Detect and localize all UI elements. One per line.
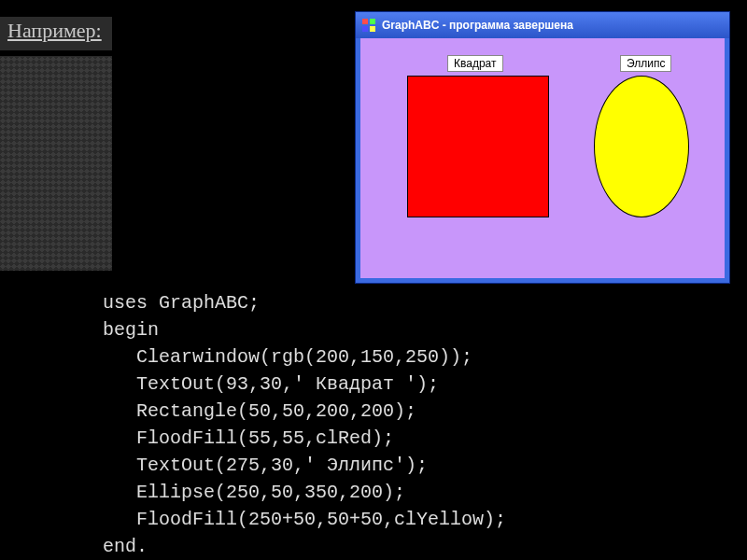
example-heading: Например: [7,19,102,43]
window-client-area: Квадрат Эллипс [360,38,725,278]
red-square [407,76,549,217]
graphabc-window: GraphABC - программа завершена Квадрат Э… [355,11,730,284]
window-title: GraphABC - программа завершена [382,19,573,32]
label-square: Квадрат [447,55,503,72]
svg-rect-0 [362,19,368,24]
yellow-ellipse [594,76,689,217]
app-icon [361,18,376,33]
svg-rect-3 [370,26,375,32]
svg-rect-1 [370,19,375,24]
code-listing: uses GraphABC; begin Clearwindow(rgb(200… [103,289,506,560]
label-ellipse: Эллипс [620,55,671,72]
svg-rect-2 [362,26,368,32]
slide-root: Например: uses GraphABC; begin Clearwind… [0,0,747,560]
side-texture-block [0,56,112,271]
window-titlebar[interactable]: GraphABC - программа завершена [356,12,729,38]
